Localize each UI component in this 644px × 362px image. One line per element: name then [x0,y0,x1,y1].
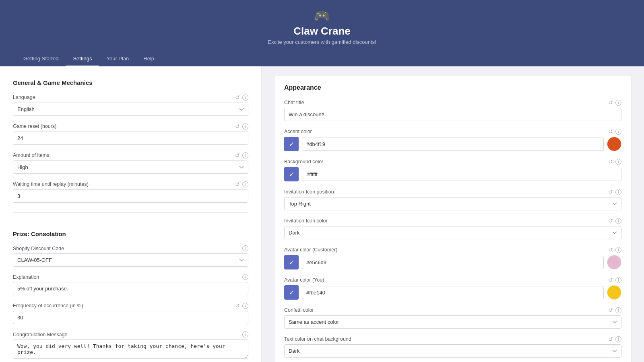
amount-items-actions: ↺ i [235,152,248,158]
avatar-customer-reset-icon[interactable]: ↺ [608,247,613,253]
consolation-explanation-label: Explanation [13,274,39,280]
avatar-customer-input[interactable] [302,256,604,269]
game-reset-reset-icon[interactable]: ↺ [235,123,240,130]
confetti-color-reset-icon[interactable]: ↺ [608,307,613,313]
accent-color-input[interactable] [302,138,604,151]
avatar-you-input[interactable] [302,286,604,299]
consolation-congrats-label-row: Congratulation Message i [13,331,248,337]
waiting-time-info-icon[interactable]: i [242,181,248,187]
game-reset-info-icon[interactable]: i [242,123,248,130]
accent-color-actions: ↺ i [608,128,621,135]
background-color-label-row: Background color ↺ i [284,158,621,165]
confetti-color-group: Confetti color ↺ i Same as accent color [284,307,621,329]
accent-color-label-row: Accent color ↺ i [284,128,621,135]
amount-items-info-icon[interactable]: i [242,152,248,158]
invitation-position-actions: ↺ i [608,189,621,195]
amount-items-select[interactable]: High [13,160,248,174]
waiting-time-field-group: Waiting time until replay (minutes) ↺ i [13,181,248,203]
main-nav: Getting Started Settings Your Plan Help [0,51,644,66]
language-select[interactable]: English [13,103,248,116]
background-color-input[interactable] [302,168,621,181]
app-header: 🎮 Claw Crane Excite your customers with … [0,0,644,66]
avatar-you-row: ✓ [284,285,621,300]
consolation-frequency-group: Frequency of occurrence (in %) ↺ i [13,302,248,324]
text-chat-bg-select[interactable]: Dark [284,344,621,358]
avatar-you-check-icon: ✓ [289,289,294,296]
app-title: Claw Crane [0,25,644,37]
consolation-frequency-reset-icon[interactable]: ↺ [235,302,240,309]
invitation-icon-color-select[interactable]: Dark [284,226,621,239]
avatar-customer-swatch[interactable]: ✓ [284,255,299,269]
consolation-discount-info-icon[interactable]: i [242,245,248,251]
waiting-time-input[interactable] [13,189,248,203]
consolation-congrats-info-icon[interactable]: i [242,331,248,337]
confetti-color-select[interactable]: Same as accent color [284,315,621,329]
background-color-label: Background color [284,159,323,165]
avatar-you-label: Avatar color (You) [284,277,324,283]
waiting-time-actions: ↺ i [235,181,248,187]
chat-title-info-icon[interactable]: i [615,100,621,106]
accent-color-group: Accent color ↺ i ✓ [284,128,621,151]
consolation-frequency-input[interactable] [13,311,248,324]
game-reset-field-group: Game reset (hours) ↺ i [13,123,248,145]
consolation-congrats-textarea[interactable] [13,339,248,359]
avatar-customer-info-icon[interactable]: i [615,247,621,253]
invitation-icon-color-reset-icon[interactable]: ↺ [608,218,613,224]
invitation-icon-color-info-icon[interactable]: i [615,218,621,224]
chat-title-group: Chat title ↺ i [284,99,621,121]
game-reset-input[interactable] [13,132,248,145]
invitation-icon-color-label: Invitation Icon color [284,218,328,224]
text-chat-bg-label-row: Text color on chat background ↺ i [284,336,621,342]
language-reset-icon[interactable]: ↺ [235,94,240,101]
chat-title-reset-icon[interactable]: ↺ [608,99,613,106]
text-chat-bg-group: Text color on chat background ↺ i Dark [284,336,621,358]
language-actions: ↺ i [235,94,248,101]
background-color-info-icon[interactable]: i [615,159,621,165]
app-subtitle: Excite your customers with gamified disc… [0,39,644,45]
amount-items-reset-icon[interactable]: ↺ [235,152,240,158]
accent-color-row: ✓ [284,137,621,151]
avatar-you-swatch[interactable]: ✓ [284,285,299,300]
consolation-explanation-input[interactable] [13,282,248,295]
background-color-reset-icon[interactable]: ↺ [608,158,613,165]
amount-items-label-row: Amount of items ↺ i [13,152,248,158]
tab-getting-started[interactable]: Getting Started [16,51,66,66]
consolation-discount-code-label: Shopify Discount Code [13,246,64,251]
accent-color-reset-icon[interactable]: ↺ [608,128,613,135]
consolation-congrats-group: Congratulation Message i [13,331,248,360]
consolation-discount-actions: i [242,245,248,251]
chat-title-input[interactable] [284,108,621,121]
general-section-title: General & Game Mechanics [13,79,248,86]
prize-consolation-title: Prize: Consolation [13,230,248,237]
avatar-customer-actions: ↺ i [608,247,621,253]
accent-color-swatch[interactable]: ✓ [284,137,299,151]
confetti-color-label: Confetti color [284,307,314,313]
invitation-position-select[interactable]: Top Right [284,197,621,210]
appearance-panel: Appearance Chat title ↺ i Accent color [275,76,631,362]
avatar-you-label-row: Avatar color (You) ↺ i [284,277,621,283]
invitation-position-info-icon[interactable]: i [615,189,621,195]
tab-help[interactable]: Help [136,51,161,66]
invitation-position-label: Invitation Icon position [284,189,334,195]
consolation-discount-select[interactable]: CLAW-05-OFF [13,253,248,267]
waiting-time-reset-icon[interactable]: ↺ [235,181,240,187]
avatar-you-info-icon[interactable]: i [615,277,621,283]
tab-your-plan[interactable]: Your Plan [99,51,136,66]
consolation-discount-code-label-row: Shopify Discount Code i [13,245,248,251]
consolation-frequency-info-icon[interactable]: i [242,303,248,309]
avatar-you-reset-icon[interactable]: ↺ [608,277,613,283]
confetti-color-actions: ↺ i [608,307,621,313]
avatar-customer-preview [607,255,621,269]
accent-color-info-icon[interactable]: i [615,129,621,135]
tab-settings[interactable]: Settings [66,51,99,66]
amount-items-field-group: Amount of items ↺ i High [13,152,248,174]
text-chat-bg-reset-icon[interactable]: ↺ [608,336,613,342]
chat-title-label: Chat title [284,100,304,105]
text-chat-bg-info-icon[interactable]: i [615,336,621,342]
language-info-icon[interactable]: i [242,95,248,101]
confetti-color-info-icon[interactable]: i [615,307,621,313]
background-color-swatch[interactable]: ✓ [284,167,299,181]
consolation-explanation-group: Explanation i [13,274,248,295]
consolation-explanation-info-icon[interactable]: i [242,274,248,280]
invitation-position-reset-icon[interactable]: ↺ [608,189,613,195]
